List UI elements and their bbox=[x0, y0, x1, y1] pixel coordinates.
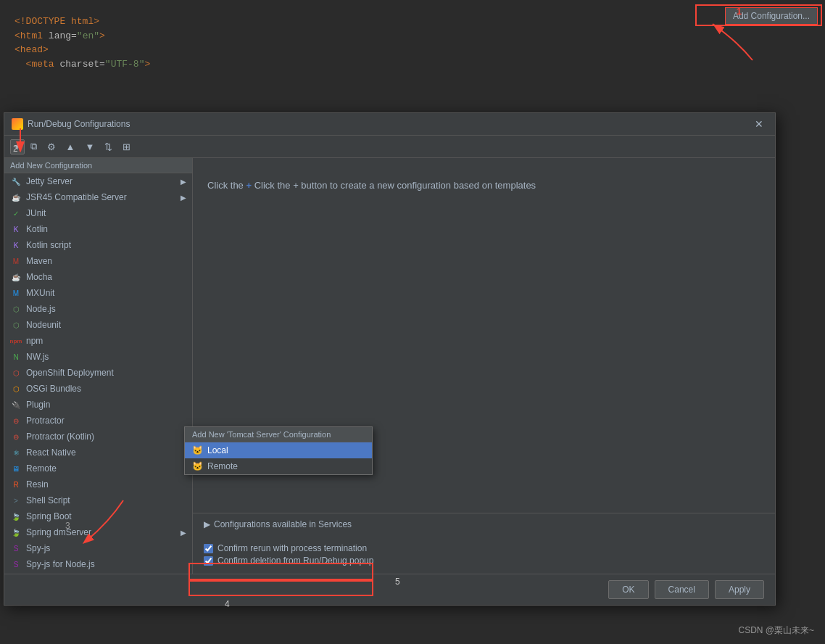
spy-js-node-icon: S bbox=[10, 558, 22, 570]
ok-button[interactable]: OK bbox=[608, 580, 648, 599]
badge-5: 5 bbox=[395, 577, 400, 587]
hint-text: Click the + Click the + button to create… bbox=[207, 180, 536, 191]
dialog-title: Run/Debug Configurations bbox=[12, 118, 130, 130]
checkbox-rerun-row: Confirm rerun with process termination bbox=[204, 543, 764, 553]
menu-item-jsr45[interactable]: ☕ JSR45 Compatible Server ▶ bbox=[4, 189, 192, 205]
menu-item-kotlin[interactable]: K Kotlin bbox=[4, 221, 192, 237]
add-new-menu: Add New Configuration 🔧 Jetty Server ▶ ☕… bbox=[4, 158, 192, 574]
menu-item-protractor[interactable]: ⊖ Protractor bbox=[4, 413, 192, 429]
remote-sub-icon: 🐱 bbox=[192, 461, 203, 471]
shell-script-label: Shell Script bbox=[26, 495, 70, 505]
menu-item-spring-boot[interactable]: 🍃 Spring Boot bbox=[4, 508, 192, 524]
spy-js-icon: S bbox=[10, 542, 22, 554]
menu-item-react-native[interactable]: ⚛ React Native bbox=[4, 445, 192, 461]
protractor-kotlin-icon: ⊖ bbox=[10, 431, 22, 442]
chevron-right-icon: ▶ bbox=[204, 519, 210, 529]
nodeunit-label: Nodeunit bbox=[26, 320, 61, 330]
menu-item-spy-js-node[interactable]: S Spy-js for Node.js bbox=[4, 556, 192, 572]
copy-config-button[interactable]: ⧉ bbox=[26, 139, 41, 154]
remote-icon: 🖥 bbox=[10, 463, 22, 474]
menu-item-shell-script[interactable]: > Shell Script bbox=[4, 492, 192, 508]
menu-item-nwjs[interactable]: N NW.js bbox=[4, 349, 192, 365]
submenu-remote[interactable]: 🐱 Remote bbox=[185, 458, 372, 474]
npm-label: npm bbox=[26, 336, 43, 346]
code-line-2: <html lang="en"> bbox=[14, 29, 811, 44]
osgi-label: OSGi Bundles bbox=[26, 384, 81, 394]
nodejs-icon: ⬡ bbox=[10, 303, 22, 315]
spy-js-node-label: Spy-js for Node.js bbox=[26, 559, 95, 569]
jsr-label: JSR45 Compatible Server bbox=[26, 192, 127, 202]
mocha-label: Mocha bbox=[26, 272, 52, 282]
submenu-local[interactable]: 🐱 Local bbox=[185, 442, 372, 458]
submenu-header: Add New 'Tomcat Server' Configuration bbox=[185, 427, 372, 442]
openshift-label: OpenShift Deployment bbox=[26, 368, 114, 378]
cancel-button[interactable]: Cancel bbox=[655, 580, 709, 599]
maven-icon: M bbox=[10, 255, 22, 267]
menu-item-osgi[interactable]: ⬡ OSGi Bundles bbox=[4, 381, 192, 397]
menu-item-jetty[interactable]: 🔧 Jetty Server ▶ bbox=[4, 173, 192, 189]
hint-plus: + bbox=[246, 180, 252, 191]
dialog-close-button[interactable]: ✕ bbox=[750, 117, 768, 131]
apply-button[interactable]: Apply bbox=[715, 580, 764, 599]
menu-item-mxunit[interactable]: M MXUnit bbox=[4, 285, 192, 301]
configs-section: ▶ Configurations available in Services bbox=[193, 513, 775, 535]
move-down-button[interactable]: ▼ bbox=[80, 139, 99, 154]
menu-item-junit[interactable]: ✓ JUnit bbox=[4, 205, 192, 221]
run-debug-dialog: Run/Debug Configurations ✕ + ⧉ ⚙ ▲ ▼ ⇅ ⊞… bbox=[4, 112, 776, 606]
menu-item-spy-js[interactable]: S Spy-js bbox=[4, 540, 192, 556]
jetty-arrow: ▶ bbox=[181, 178, 186, 186]
config-list-panel[interactable]: Add New Configuration 🔧 Jetty Server ▶ ☕… bbox=[4, 158, 193, 574]
menu-item-testng[interactable]: NG TestNG bbox=[4, 572, 192, 574]
nwjs-label: NW.js bbox=[26, 352, 49, 362]
kotlin-icon: K bbox=[10, 223, 22, 235]
menu-item-openshift[interactable]: ⬡ OpenShift Deployment bbox=[4, 365, 192, 381]
menu-item-plugin[interactable]: 🔌 Plugin bbox=[4, 397, 192, 413]
plugin-label: Plugin bbox=[26, 400, 50, 410]
local-label: Local bbox=[207, 445, 228, 455]
sort-button[interactable]: ⇅ bbox=[100, 139, 117, 154]
spring-boot-label: Spring Boot bbox=[26, 511, 72, 521]
junit-label: JUnit bbox=[26, 208, 46, 218]
remote-label: Remote bbox=[26, 463, 57, 474]
nodeunit-icon: ⬡ bbox=[10, 319, 22, 331]
configs-section-header[interactable]: ▶ Configurations available in Services bbox=[204, 519, 764, 529]
code-line-1: <!DOCTYPE html> bbox=[14, 15, 811, 29]
menu-header: Add New Configuration bbox=[4, 158, 192, 173]
rerun-checkbox[interactable] bbox=[204, 544, 213, 553]
remote-sub-label: Remote bbox=[207, 461, 238, 471]
code-line-3: <head> bbox=[14, 43, 811, 57]
resin-label: Resin bbox=[26, 479, 49, 490]
menu-item-nodejs[interactable]: ⬡ Node.js bbox=[4, 301, 192, 317]
checkbox-deletion-row: Confirm deletion from Run/Debug popup bbox=[204, 556, 764, 566]
menu-item-npm[interactable]: npm npm bbox=[4, 333, 192, 349]
nwjs-icon: N bbox=[10, 351, 22, 363]
move-up-button[interactable]: ▲ bbox=[62, 139, 80, 154]
protractor-kotlin-label: Protractor (Kotlin) bbox=[26, 432, 94, 442]
protractor-icon: ⊖ bbox=[10, 415, 22, 426]
menu-item-kotlin-script[interactable]: K Kotlin script bbox=[4, 237, 192, 253]
menu-item-remote[interactable]: 🖥 Remote bbox=[4, 461, 192, 476]
menu-item-spring-dm[interactable]: 🍃 Spring dmServer ▶ bbox=[4, 524, 192, 540]
maven-label: Maven bbox=[26, 256, 52, 266]
protractor-label: Protractor bbox=[26, 416, 65, 426]
spring-boot-icon: 🍃 bbox=[10, 511, 22, 522]
junit-icon: ✓ bbox=[10, 207, 22, 219]
menu-item-protractor-kotlin[interactable]: ⊖ Protractor (Kotlin) bbox=[4, 429, 192, 445]
intellij-icon bbox=[12, 118, 23, 130]
react-native-label: React Native bbox=[26, 447, 76, 458]
tomcat-submenu: Add New 'Tomcat Server' Configuration 🐱 … bbox=[184, 426, 373, 475]
menu-item-maven[interactable]: M Maven bbox=[4, 253, 192, 269]
deletion-checkbox[interactable] bbox=[204, 556, 213, 566]
resin-icon: R bbox=[10, 479, 22, 490]
kotlin-label: Kotlin bbox=[26, 224, 48, 234]
badge-3: 3 bbox=[65, 521, 70, 531]
dialog-titlebar: Run/Debug Configurations ✕ bbox=[4, 113, 775, 136]
rerun-label: Confirm rerun with process termination bbox=[217, 543, 367, 553]
filter-button[interactable]: ⊞ bbox=[118, 139, 135, 154]
menu-item-mocha[interactable]: ☕ Mocha bbox=[4, 269, 192, 285]
menu-item-resin[interactable]: R Resin bbox=[4, 476, 192, 492]
mxunit-label: MXUnit bbox=[26, 288, 54, 298]
menu-item-nodeunit[interactable]: ⬡ Nodeunit bbox=[4, 317, 192, 333]
spy-js-label: Spy-js bbox=[26, 543, 50, 553]
settings-button[interactable]: ⚙ bbox=[43, 139, 60, 154]
